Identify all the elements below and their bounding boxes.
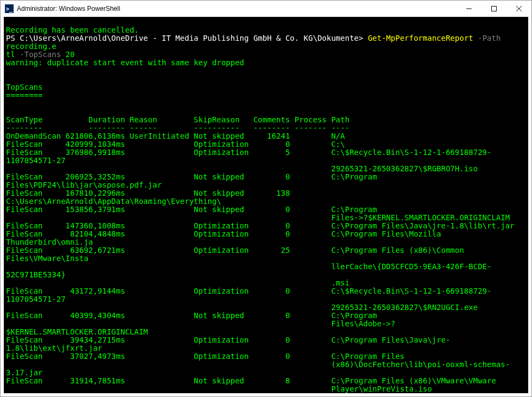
window-title: Administrator: Windows PowerShell	[17, 5, 120, 13]
maximize-icon	[491, 6, 497, 11]
minimize-icon	[466, 6, 472, 11]
titlebar-left: >_ Administrator: Windows PowerShell	[5, 4, 120, 13]
close-icon	[516, 6, 522, 11]
console-output[interactable]: Recording has been cancelled. PS C:\User…	[4, 17, 528, 393]
app-window: >_ Administrator: Windows PowerShell Rec…	[0, 0, 532, 397]
powershell-icon: >_	[5, 4, 14, 13]
minimize-button[interactable]	[456, 1, 481, 17]
maximize-button[interactable]	[481, 1, 506, 17]
titlebar[interactable]: >_ Administrator: Windows PowerShell	[1, 1, 531, 17]
titlebar-buttons	[456, 1, 531, 17]
svg-rect-1	[492, 7, 497, 11]
close-button[interactable]	[506, 1, 531, 17]
